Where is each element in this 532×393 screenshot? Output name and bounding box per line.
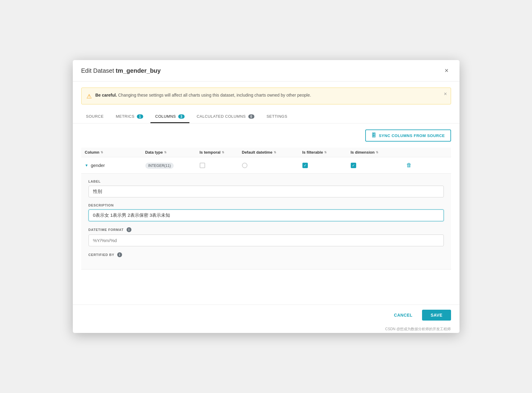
sort-icon-filterable[interactable]: ⇅ [324, 151, 327, 154]
title-prefix: Edit Dataset [81, 67, 114, 74]
save-button[interactable]: SAVE [422, 310, 451, 321]
datetime-format-input[interactable] [89, 235, 444, 246]
tabs-container: SOURCE METRICS 1 COLUMNS 3 CALCULATED CO… [73, 110, 459, 123]
table-row: ▼ gender INTEGER(11) ✓ [81, 157, 451, 270]
th-is-temporal: Is temporal ⇅ [200, 150, 242, 155]
column-name-value: gender [91, 163, 105, 168]
is-dimension-checkbox[interactable]: ✓ [351, 163, 356, 168]
columns-table: Column ⇅ Data type ⇅ Is temporal ⇅ Defau… [81, 148, 451, 270]
edit-dataset-modal: Edit Dataset tm_gender_buy × ⚠ Be carefu… [73, 60, 459, 333]
sort-icon-temporal[interactable]: ⇅ [222, 151, 224, 154]
tab-source[interactable]: SOURCE [81, 110, 109, 123]
data-type-cell: INTEGER(11) [145, 163, 200, 168]
tab-calculated-label: CALCULATED COLUMNS [197, 114, 246, 119]
tab-settings-label: SETTINGS [266, 114, 287, 119]
modal-header: Edit Dataset tm_gender_buy × [73, 60, 459, 81]
description-field-group: DESCRIPTION [89, 203, 444, 221]
alert-close-button[interactable]: × [444, 91, 447, 97]
tab-calculated-columns[interactable]: CALCULATED COLUMNS 0 [192, 110, 259, 123]
datetime-format-field-group: DATETIME FORMAT i [89, 227, 444, 246]
sync-columns-button[interactable]: 🗄 SYNC COLUMNS FROM SOURCE [365, 129, 451, 142]
tab-source-label: SOURCE [86, 114, 104, 119]
tab-settings[interactable]: SETTINGS [262, 110, 292, 123]
certified-by-info-icon[interactable]: i [117, 252, 122, 257]
is-temporal-checkbox[interactable] [200, 163, 205, 168]
th-column: Column ⇅ [85, 150, 145, 155]
is-filterable-cell[interactable]: ✓ [302, 163, 351, 168]
is-temporal-cell[interactable] [200, 163, 242, 168]
alert-bold: Be careful. [95, 93, 117, 97]
certified-by-label: CERTIFIED BY i [89, 252, 444, 257]
tab-metrics-badge: 1 [137, 114, 143, 119]
th-data-type: Data type ⇅ [145, 150, 200, 155]
column-name-cell: ▼ gender [85, 163, 145, 168]
description-field-label: DESCRIPTION [89, 203, 444, 207]
modal-title: Edit Dataset tm_gender_buy [81, 67, 161, 74]
th-actions [405, 150, 423, 155]
alert-banner: ⚠ Be careful. Changing these settings wi… [81, 88, 451, 104]
data-type-badge: INTEGER(11) [145, 163, 174, 169]
modal-footer: CANCEL SAVE [73, 305, 459, 325]
default-datetime-cell[interactable] [242, 163, 302, 168]
th-default-datetime: Default datetime ⇅ [242, 150, 302, 155]
tab-columns-badge: 3 [178, 114, 185, 119]
th-is-dimension: Is dimension ⇅ [351, 150, 405, 155]
expand-icon[interactable]: ▼ [85, 163, 89, 168]
datetime-format-info-icon[interactable]: i [127, 227, 131, 232]
description-input[interactable] [89, 209, 444, 221]
label-field-group: LABEL [89, 180, 444, 197]
tab-columns-label: COLUMNS [155, 114, 176, 119]
tab-metrics-label: METRICS [116, 114, 134, 119]
is-filterable-checkbox[interactable]: ✓ [302, 163, 308, 168]
sync-button-label: SYNC COLUMNS FROM SOURCE [379, 133, 445, 138]
tab-columns[interactable]: COLUMNS 3 [150, 110, 189, 123]
is-dimension-cell[interactable]: ✓ [351, 163, 405, 168]
datetime-format-label: DATETIME FORMAT i [89, 227, 444, 232]
title-dataset: tm_gender_buy [116, 67, 161, 74]
warning-icon: ⚠ [86, 93, 92, 100]
default-datetime-radio[interactable] [242, 163, 247, 168]
tab-calculated-badge: 0 [248, 114, 255, 119]
table-header: Column ⇅ Data type ⇅ Is temporal ⇅ Defau… [81, 148, 451, 157]
certified-by-field-group: CERTIFIED BY i [89, 252, 444, 257]
sync-icon: 🗄 [371, 133, 376, 138]
expanded-section: LABEL DESCRIPTION DATETIME FORMAT i [81, 173, 451, 269]
label-field-label: LABEL [89, 180, 444, 183]
watermark: CSDN @想成为数据分析师的开发工程师 [73, 325, 459, 333]
sort-icon-dimension[interactable]: ⇅ [376, 151, 378, 154]
sort-icon-datetime[interactable]: ⇅ [274, 151, 276, 154]
alert-text: Be careful. Changing these settings will… [95, 92, 311, 98]
alert-message: Changing these settings will affect all … [118, 93, 311, 97]
row-main: ▼ gender INTEGER(11) ✓ [81, 157, 451, 173]
th-is-filterable: Is filterable ⇅ [302, 150, 351, 155]
close-button[interactable]: × [442, 66, 451, 75]
delete-row-button[interactable]: 🗑 [405, 161, 413, 170]
cancel-button[interactable]: CANCEL [388, 310, 418, 321]
sync-button-row: 🗄 SYNC COLUMNS FROM SOURCE [81, 129, 451, 142]
tab-metrics[interactable]: METRICS 1 [111, 110, 148, 123]
label-input[interactable] [89, 186, 444, 197]
delete-cell[interactable]: 🗑 [405, 161, 423, 170]
sort-icon-column[interactable]: ⇅ [101, 151, 103, 154]
content-area: 🗄 SYNC COLUMNS FROM SOURCE Column ⇅ Data… [73, 123, 459, 305]
sort-icon-datatype[interactable]: ⇅ [164, 151, 166, 154]
